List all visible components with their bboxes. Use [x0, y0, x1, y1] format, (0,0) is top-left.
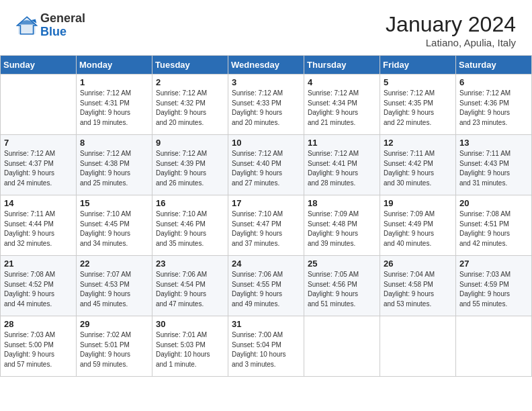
day-number: 16 — [156, 198, 224, 208]
day-info: Sunrise: 7:11 AM Sunset: 4:42 PM Dayligh… — [384, 149, 452, 188]
day-number: 17 — [232, 198, 300, 208]
day-cell-24: 24Sunrise: 7:06 AM Sunset: 4:55 PM Dayli… — [228, 256, 304, 316]
day-cell-9: 9Sunrise: 7:12 AM Sunset: 4:39 PM Daylig… — [152, 135, 228, 195]
day-number: 1 — [80, 77, 148, 87]
day-cell-3: 3Sunrise: 7:12 AM Sunset: 4:33 PM Daylig… — [228, 75, 304, 135]
week-row-5: 28Sunrise: 7:03 AM Sunset: 5:00 PM Dayli… — [1, 316, 532, 377]
day-number: 13 — [459, 138, 528, 148]
day-number: 5 — [384, 77, 452, 87]
day-cell-6: 6Sunrise: 7:12 AM Sunset: 4:36 PM Daylig… — [456, 75, 532, 135]
day-number: 22 — [80, 259, 148, 269]
day-number: 20 — [459, 198, 528, 208]
logo-general-text: General — [40, 12, 85, 26]
day-number: 24 — [232, 259, 300, 269]
week-row-2: 7Sunrise: 7:12 AM Sunset: 4:37 PM Daylig… — [1, 135, 532, 195]
day-number: 31 — [232, 319, 300, 329]
empty-cell — [380, 316, 456, 377]
day-cell-14: 14Sunrise: 7:11 AM Sunset: 4:44 PM Dayli… — [1, 195, 77, 256]
day-info: Sunrise: 7:10 AM Sunset: 4:46 PM Dayligh… — [156, 210, 224, 248]
day-cell-16: 16Sunrise: 7:10 AM Sunset: 4:46 PM Dayli… — [152, 195, 228, 256]
empty-cell — [1, 75, 77, 135]
day-cell-1: 1Sunrise: 7:12 AM Sunset: 4:31 PM Daylig… — [77, 75, 152, 135]
day-cell-4: 4Sunrise: 7:12 AM Sunset: 4:34 PM Daylig… — [304, 75, 380, 135]
day-info: Sunrise: 7:12 AM Sunset: 4:33 PM Dayligh… — [232, 89, 300, 128]
logo: General Blue — [16, 12, 85, 39]
day-number: 2 — [156, 77, 224, 87]
day-info: Sunrise: 7:05 AM Sunset: 4:56 PM Dayligh… — [308, 270, 376, 309]
weekday-header-friday: Friday — [380, 56, 456, 75]
weekday-header-saturday: Saturday — [456, 56, 532, 75]
weekday-header-wednesday: Wednesday — [228, 56, 304, 75]
day-cell-17: 17Sunrise: 7:10 AM Sunset: 4:47 PM Dayli… — [228, 195, 304, 256]
day-info: Sunrise: 7:12 AM Sunset: 4:38 PM Dayligh… — [80, 149, 148, 188]
day-cell-21: 21Sunrise: 7:08 AM Sunset: 4:52 PM Dayli… — [1, 256, 77, 316]
day-info: Sunrise: 7:12 AM Sunset: 4:31 PM Dayligh… — [80, 89, 148, 128]
day-number: 9 — [156, 138, 224, 148]
weekday-header-monday: Monday — [77, 56, 152, 75]
day-number: 10 — [232, 138, 300, 148]
title-block: January 2024 Latiano, Apulia, Italy — [386, 12, 516, 48]
logo-icon — [16, 15, 38, 36]
day-info: Sunrise: 7:12 AM Sunset: 4:34 PM Dayligh… — [308, 89, 376, 128]
day-cell-28: 28Sunrise: 7:03 AM Sunset: 5:00 PM Dayli… — [1, 316, 77, 377]
day-number: 7 — [4, 138, 73, 148]
day-info: Sunrise: 7:10 AM Sunset: 4:47 PM Dayligh… — [232, 210, 300, 248]
day-number: 30 — [156, 319, 224, 329]
day-number: 8 — [80, 138, 148, 148]
day-info: Sunrise: 7:02 AM Sunset: 5:01 PM Dayligh… — [80, 330, 148, 369]
location-title: Latiano, Apulia, Italy — [386, 37, 516, 48]
day-info: Sunrise: 7:12 AM Sunset: 4:40 PM Dayligh… — [232, 149, 300, 188]
day-info: Sunrise: 7:11 AM Sunset: 4:43 PM Dayligh… — [459, 149, 528, 188]
week-row-1: 1Sunrise: 7:12 AM Sunset: 4:31 PM Daylig… — [1, 75, 532, 135]
day-info: Sunrise: 7:09 AM Sunset: 4:49 PM Dayligh… — [384, 210, 452, 248]
day-cell-5: 5Sunrise: 7:12 AM Sunset: 4:35 PM Daylig… — [380, 75, 456, 135]
day-cell-15: 15Sunrise: 7:10 AM Sunset: 4:45 PM Dayli… — [77, 195, 152, 256]
day-cell-23: 23Sunrise: 7:06 AM Sunset: 4:54 PM Dayli… — [152, 256, 228, 316]
day-info: Sunrise: 7:03 AM Sunset: 5:00 PM Dayligh… — [4, 330, 73, 369]
day-cell-8: 8Sunrise: 7:12 AM Sunset: 4:38 PM Daylig… — [77, 135, 152, 195]
day-number: 14 — [4, 198, 73, 208]
day-info: Sunrise: 7:12 AM Sunset: 4:36 PM Dayligh… — [459, 89, 528, 128]
empty-cell — [456, 316, 532, 377]
day-cell-19: 19Sunrise: 7:09 AM Sunset: 4:49 PM Dayli… — [380, 195, 456, 256]
day-cell-25: 25Sunrise: 7:05 AM Sunset: 4:56 PM Dayli… — [304, 256, 380, 316]
day-number: 6 — [459, 77, 528, 87]
weekday-header-tuesday: Tuesday — [152, 56, 228, 75]
day-cell-29: 29Sunrise: 7:02 AM Sunset: 5:01 PM Dayli… — [77, 316, 152, 377]
day-info: Sunrise: 7:06 AM Sunset: 4:54 PM Dayligh… — [156, 270, 224, 309]
day-number: 21 — [4, 259, 73, 269]
empty-cell — [304, 316, 380, 377]
day-cell-26: 26Sunrise: 7:04 AM Sunset: 4:58 PM Dayli… — [380, 256, 456, 316]
day-number: 29 — [80, 319, 148, 329]
day-info: Sunrise: 7:08 AM Sunset: 4:51 PM Dayligh… — [459, 210, 528, 248]
day-cell-13: 13Sunrise: 7:11 AM Sunset: 4:43 PM Dayli… — [456, 135, 532, 195]
day-number: 18 — [308, 198, 376, 208]
day-cell-30: 30Sunrise: 7:01 AM Sunset: 5:03 PM Dayli… — [152, 316, 228, 377]
day-number: 26 — [384, 259, 452, 269]
day-info: Sunrise: 7:09 AM Sunset: 4:48 PM Dayligh… — [308, 210, 376, 248]
day-number: 11 — [308, 138, 376, 148]
month-title: January 2024 — [386, 12, 516, 37]
day-info: Sunrise: 7:00 AM Sunset: 5:04 PM Dayligh… — [232, 330, 300, 369]
day-number: 25 — [308, 259, 376, 269]
day-info: Sunrise: 7:12 AM Sunset: 4:39 PM Dayligh… — [156, 149, 224, 188]
day-number: 28 — [4, 319, 73, 329]
day-number: 12 — [384, 138, 452, 148]
day-info: Sunrise: 7:01 AM Sunset: 5:03 PM Dayligh… — [156, 330, 224, 369]
weekday-header-row: SundayMondayTuesdayWednesdayThursdayFrid… — [1, 56, 532, 75]
day-info: Sunrise: 7:08 AM Sunset: 4:52 PM Dayligh… — [4, 270, 73, 309]
day-info: Sunrise: 7:12 AM Sunset: 4:37 PM Dayligh… — [4, 149, 73, 188]
day-cell-7: 7Sunrise: 7:12 AM Sunset: 4:37 PM Daylig… — [1, 135, 77, 195]
day-info: Sunrise: 7:06 AM Sunset: 4:55 PM Dayligh… — [232, 270, 300, 309]
day-number: 15 — [80, 198, 148, 208]
week-row-4: 21Sunrise: 7:08 AM Sunset: 4:52 PM Dayli… — [1, 256, 532, 316]
day-cell-31: 31Sunrise: 7:00 AM Sunset: 5:04 PM Dayli… — [228, 316, 304, 377]
day-number: 19 — [384, 198, 452, 208]
day-info: Sunrise: 7:03 AM Sunset: 4:59 PM Dayligh… — [459, 270, 528, 309]
day-info: Sunrise: 7:12 AM Sunset: 4:41 PM Dayligh… — [308, 149, 376, 188]
day-number: 27 — [459, 259, 528, 269]
calendar-table: SundayMondayTuesdayWednesdayThursdayFrid… — [0, 55, 532, 377]
week-row-3: 14Sunrise: 7:11 AM Sunset: 4:44 PM Dayli… — [1, 195, 532, 256]
day-number: 23 — [156, 259, 224, 269]
day-cell-22: 22Sunrise: 7:07 AM Sunset: 4:53 PM Dayli… — [77, 256, 152, 316]
